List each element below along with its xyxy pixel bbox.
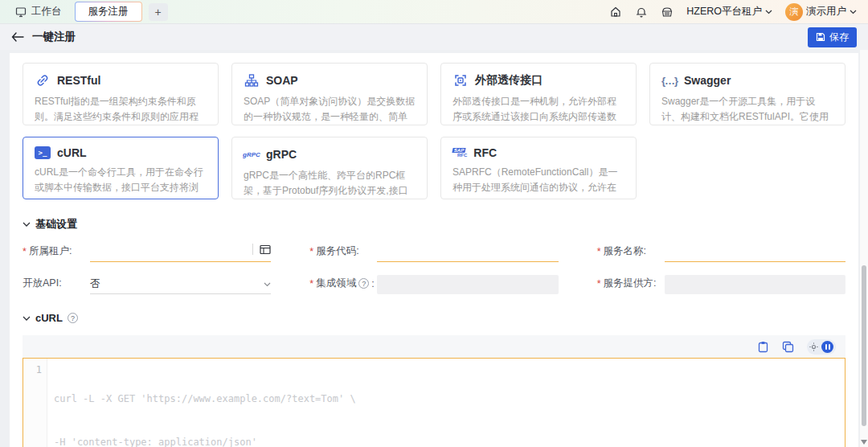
- card-external-passthrough[interactable]: 外部透传接口 外部透传接口是一种机制，允许外部程序或系统通过该接口向系统内部传递…: [440, 63, 637, 125]
- field-service-code: *服务代码:: [309, 243, 558, 262]
- tenant-label: 所属租户:: [29, 244, 72, 258]
- open-api-value: 否: [90, 277, 100, 291]
- integration-domain-input-disabled: [377, 275, 558, 294]
- card-title: cURL: [57, 146, 87, 159]
- card-description: SAPRFC（RemoteFunctionCall）是一种用于处理系统间通信的协…: [452, 165, 624, 195]
- tenant-name: HZERO平台租户: [686, 5, 762, 18]
- card-rfc[interactable]: SAP RFC RFC SAPRFC（RemoteFunctionCall）是一…: [440, 137, 637, 199]
- card-description: cURL是一个命令行工具，用于在命令行或脚本中传输数据，接口平台支持将浏览器生成…: [35, 165, 207, 195]
- service-code-label: 服务代码:: [316, 244, 358, 258]
- copy-icon[interactable]: [782, 341, 794, 353]
- code-editor-toolbar: [23, 335, 845, 358]
- card-title: SOAP: [266, 74, 298, 87]
- save-icon: [816, 32, 825, 42]
- service-code-input[interactable]: [377, 243, 558, 262]
- main-content: RESTful RESTful指的是一组架构约束条件和原则。满足这些约束条件和原…: [10, 53, 858, 447]
- notification-bell-icon[interactable]: [635, 6, 648, 18]
- sun-icon: [809, 342, 818, 351]
- terminal-icon: >_: [35, 146, 51, 159]
- field-tenant: *所属租户:: [23, 243, 271, 262]
- service-name-input[interactable]: [665, 243, 845, 262]
- braces-icon: {…}: [661, 72, 678, 88]
- card-description: 外部透传接口是一种机制，允许外部程序或系统通过该接口向系统内部传递数据或请求，并…: [452, 94, 624, 125]
- new-tab-button[interactable]: +: [149, 3, 168, 21]
- field-open-api: 开放API: 否: [23, 275, 271, 294]
- line-number-gutter: 1: [23, 359, 47, 447]
- api-type-cards: RESTful RESTful指的是一组架构约束条件和原则。满足这些约束条件和原…: [23, 63, 845, 199]
- basic-settings-header[interactable]: 基础设置: [23, 217, 845, 232]
- home-icon[interactable]: [609, 6, 622, 18]
- chevron-down-icon: [850, 10, 857, 14]
- chain-link-icon: [35, 72, 51, 88]
- app-market-icon[interactable]: [661, 6, 674, 18]
- curl-code-editor[interactable]: 1 curl -L -X GET 'https://www.example.co…: [23, 358, 845, 447]
- card-title: gRPC: [266, 148, 297, 161]
- code-content[interactable]: curl -L -X GET 'https://www.example.com/…: [47, 359, 356, 447]
- section-title: 基础设置: [35, 217, 77, 232]
- toggle-knob: [821, 341, 833, 353]
- top-bar: 工作台 服务注册 + HZERO平台租户 演 演示用户: [0, 0, 868, 24]
- tab-service-registration[interactable]: 服务注册: [75, 2, 142, 22]
- page-header: 一键注册 保存: [0, 24, 868, 50]
- curl-section-header[interactable]: cURL ?: [23, 312, 845, 324]
- back-button[interactable]: [11, 32, 24, 42]
- card-restful[interactable]: RESTful RESTful指的是一组架构约束条件和原则。满足这些约束条件和原…: [23, 63, 219, 125]
- scrollbar-thumb[interactable]: [862, 265, 866, 426]
- sap-rfc-logo-icon: SAP RFC: [452, 148, 467, 158]
- code-line-2: -H 'content-type: application/json': [54, 435, 356, 447]
- collapse-chevron-icon: [23, 316, 31, 321]
- vertical-scrollbar[interactable]: [860, 50, 868, 447]
- field-service-name: *服务名称:: [597, 243, 845, 262]
- card-swagger[interactable]: {…} Swagger Swagger是一个开源工具集，用于设计、构建和文档化R…: [649, 63, 845, 125]
- open-api-select[interactable]: 否: [90, 275, 271, 294]
- integration-domain-label: 集成领域: [316, 277, 356, 290]
- card-curl-selected[interactable]: >_ cURL cURL是一个命令行工具，用于在命令行或脚本中传输数据，接口平台…: [23, 137, 219, 199]
- help-icon[interactable]: ?: [358, 278, 369, 289]
- card-description: Swagger是一个开源工具集，用于设计、构建和文档化RESTfulAPI。它使…: [661, 94, 833, 125]
- chevron-down-icon: [765, 10, 772, 14]
- workbench-icon: [14, 6, 27, 18]
- page-title: 一键注册: [32, 30, 76, 44]
- section-title: cURL: [35, 312, 63, 324]
- user-name: 演示用户: [806, 5, 846, 18]
- card-title: RESTful: [57, 74, 100, 87]
- paste-icon[interactable]: [757, 341, 769, 353]
- card-description: gRPC是一个高性能、跨平台的RPC框架，基于Protobuf序列化协议开发,接…: [244, 168, 416, 199]
- card-description: SOAP（简单对象访问协议）是交换数据的一种协议规范，是一种轻量的、简单的、基于…: [244, 94, 416, 125]
- card-title: RFC: [473, 146, 497, 159]
- avatar: 演: [785, 3, 803, 21]
- chevron-down-icon: [264, 282, 271, 287]
- card-description: RESTful指的是一组架构约束条件和原则。满足这些约束条件和原则的应用程序就是…: [35, 94, 207, 125]
- top-right-actions: HZERO平台租户 演 演示用户: [609, 3, 857, 21]
- field-integration-domain: *集成领域?:: [309, 275, 558, 294]
- card-grpc[interactable]: gRPC gRPC gRPC是一个高性能、跨平台的RPC框架，基于Protobu…: [231, 137, 428, 199]
- chip-icon: [452, 72, 469, 88]
- service-provider-input-disabled: [665, 275, 845, 294]
- scroll-down-arrow-icon[interactable]: [861, 440, 867, 445]
- tab-workbench[interactable]: 工作台: [8, 2, 68, 21]
- card-title: Swagger: [684, 74, 731, 87]
- tab-workbench-label: 工作台: [31, 5, 62, 18]
- service-provider-label: 服务提供方:: [604, 277, 657, 290]
- tab-strip: 工作台 服务注册 +: [8, 2, 168, 22]
- user-menu[interactable]: 演 演示用户: [785, 3, 857, 21]
- open-api-label: 开放API:: [23, 277, 62, 290]
- tenant-input[interactable]: [90, 243, 271, 262]
- basic-settings-form: *所属租户: *服务代码: *服务名称: 开放API:: [23, 243, 845, 294]
- service-name-label: 服务名称:: [604, 244, 646, 258]
- tab-service-registration-label: 服务注册: [76, 2, 141, 21]
- sitemap-icon: [244, 72, 260, 88]
- card-soap[interactable]: SOAP SOAP（简单对象访问协议）是交换数据的一种协议规范，是一种轻量的、简…: [231, 63, 428, 125]
- theme-toggle[interactable]: [807, 339, 836, 355]
- lov-lookup-icon[interactable]: [260, 244, 271, 255]
- line-number: 1: [23, 363, 42, 377]
- help-icon[interactable]: ?: [68, 313, 78, 323]
- save-button[interactable]: 保存: [808, 27, 857, 47]
- grpc-logo-icon: gRPC: [244, 146, 260, 162]
- collapse-chevron-icon: [23, 222, 31, 227]
- code-line-1: curl -L -X GET 'https://www.example.com/…: [54, 392, 356, 406]
- field-service-provider: *服务提供方:: [597, 275, 845, 294]
- tenant-selector[interactable]: HZERO平台租户: [686, 5, 772, 18]
- card-title: 外部透传接口: [475, 73, 542, 88]
